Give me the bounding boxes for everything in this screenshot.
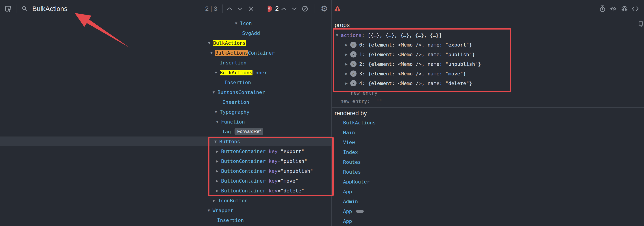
clear-errors-button[interactable]	[300, 0, 310, 17]
delete-prop-icon[interactable]: ✕	[350, 71, 356, 77]
collapse-arrow-icon[interactable]: ▶	[216, 188, 221, 193]
expand-arrow-icon[interactable]: ▼	[216, 119, 221, 124]
new-entry-label[interactable]: new entry	[351, 90, 378, 96]
component-name: Typography	[220, 109, 249, 115]
tree-row[interactable]: SvgAdd	[0, 28, 331, 38]
new-entry-separator: :	[367, 99, 376, 104]
next-result-button[interactable]	[236, 0, 244, 17]
copy-props-button[interactable]	[636, 20, 644, 29]
rendered-by-item[interactable]: App	[343, 216, 352, 226]
new-entry-label[interactable]: new entry	[340, 99, 367, 104]
prop-array-item-row[interactable]: ▶✕2: {element: <Memo />, name: "unpublis…	[345, 59, 481, 69]
error-badge-icon[interactable]: ✕	[266, 5, 272, 12]
collapse-arrow-icon[interactable]: ▶	[216, 159, 221, 163]
expand-arrow-icon[interactable]: ▼	[210, 51, 215, 55]
rendered-by-item[interactable]: Index	[343, 147, 358, 157]
previous-error-button[interactable]	[280, 0, 288, 17]
rendered-by-item[interactable]: App	[343, 206, 364, 216]
delete-prop-icon[interactable]: ✕	[350, 80, 356, 86]
expand-arrow-icon[interactable]: ▼	[214, 139, 219, 144]
expand-arrow-icon[interactable]: ▼	[235, 21, 240, 25]
prop-actions-row[interactable]: ▼actions: [{…}, {…}, {…}, {…}, {…}]	[336, 30, 442, 40]
expand-arrow-icon[interactable]: ▼	[215, 70, 220, 75]
tree-row[interactable]: ▶ButtonContainer key="publish"	[0, 156, 331, 166]
expand-arrow-icon[interactable]: ▼	[336, 33, 341, 37]
key-attribute: key	[266, 188, 278, 194]
log-component-button[interactable]	[620, 0, 630, 17]
collapse-arrow-icon[interactable]: ▶	[345, 42, 350, 47]
tree-row[interactable]: TagForwardRef	[0, 127, 331, 136]
collapse-arrow-icon[interactable]: ▶	[345, 62, 350, 66]
expand-arrow-icon[interactable]: ▼	[215, 110, 220, 114]
collapse-arrow-icon[interactable]: ▶	[345, 52, 350, 57]
rendered-by-item[interactable]: Main	[343, 127, 355, 137]
prop-array-item-row[interactable]: ▶✕3: {element: <Memo />, name: "move"}	[345, 69, 466, 79]
owner-component-name: BulkActions	[343, 120, 376, 125]
collapse-arrow-icon[interactable]: ▶	[216, 149, 221, 153]
tree-row[interactable]: ▼BulkActionsInner	[0, 68, 331, 77]
prop-index: 3	[359, 71, 362, 77]
tree-row[interactable]: ▼Icon	[0, 18, 331, 28]
toolbar-separator	[261, 4, 261, 13]
toolbar-separator	[16, 4, 17, 13]
forwardref-badge: ForwardRef	[234, 128, 263, 135]
tree-row[interactable]: ▼ButtonsContainer	[0, 87, 331, 97]
component-name: Wrapper	[212, 208, 234, 213]
rendered-by-item[interactable]: BulkActions	[343, 118, 376, 127]
tree-row[interactable]: Insertion	[0, 97, 331, 107]
inspect-element-button[interactable]	[3, 0, 13, 17]
prop-array-item-row[interactable]: ▶✕4: {element: <Memo />, name: "delete"}	[345, 78, 472, 88]
search-input[interactable]	[32, 0, 158, 17]
next-error-button[interactable]	[290, 0, 298, 17]
collapse-arrow-icon[interactable]: ▶	[216, 169, 221, 173]
tree-row[interactable]: Insertion	[0, 58, 331, 68]
rendered-by-item[interactable]: App	[343, 187, 352, 197]
tree-row[interactable]: ▶ButtonContainer key="unpublish"	[0, 166, 331, 176]
rendered-by-item[interactable]: Routes	[343, 157, 361, 167]
tree-row[interactable]: ▼BulkActionsContainer	[0, 48, 331, 58]
delete-prop-icon[interactable]: ✕	[350, 42, 356, 48]
panel-divider[interactable]	[331, 0, 332, 226]
collapse-arrow-icon[interactable]: ▶	[213, 198, 218, 203]
expand-arrow-icon[interactable]: ▼	[208, 41, 213, 45]
prop-array-item-row[interactable]: ▶✕1: {element: <Memo />, name: "publish"…	[345, 49, 475, 59]
rendered-by-item[interactable]: Routes	[343, 167, 361, 177]
tree-row[interactable]: ▼Function	[0, 117, 331, 127]
stopwatch-icon	[599, 5, 606, 12]
tree-row[interactable]: ▼BulkActions	[0, 38, 331, 48]
tree-row[interactable]: ▼Typography	[0, 107, 331, 117]
expand-arrow-icon[interactable]: ▼	[212, 90, 218, 95]
expand-arrow-icon[interactable]: ▼	[208, 208, 212, 213]
collapse-arrow-icon[interactable]: ▶	[345, 81, 350, 86]
rendered-by-item[interactable]: AppRouter	[343, 177, 370, 187]
prop-array-item-row[interactable]: ▶✕0: {element: <Memo />, name: "export"}	[345, 40, 472, 50]
delete-prop-icon[interactable]: ✕	[350, 61, 356, 67]
rendered-by-item[interactable]: Admin	[343, 197, 358, 206]
settings-button[interactable]: ⚙	[319, 0, 329, 17]
new-entry-root-row[interactable]: new entry: ""	[340, 96, 382, 106]
view-source-button[interactable]	[630, 0, 640, 17]
tree-row[interactable]: ▼Buttons	[0, 136, 331, 146]
component-name: Insertion	[220, 60, 246, 66]
tree-row[interactable]: ▼Wrapper	[0, 205, 331, 215]
component-name: Inner	[252, 70, 267, 75]
tree-row[interactable]: ▶ButtonContainer key="export"	[0, 146, 331, 156]
previous-result-button[interactable]	[226, 0, 234, 17]
tree-row[interactable]: ▶ButtonContainer key="move"	[0, 176, 331, 186]
collapse-arrow-icon[interactable]: ▶	[216, 179, 221, 183]
tree-row[interactable]: Insertion	[0, 215, 331, 225]
prop-index: 1	[359, 52, 362, 57]
suspend-component-button[interactable]	[598, 0, 608, 17]
chevron-down-icon	[292, 7, 297, 10]
prop-index: 4	[359, 81, 362, 86]
rendered-by-item[interactable]: View	[343, 137, 355, 147]
inspect-dom-button[interactable]	[608, 0, 618, 17]
tree-row[interactable]: Insertion	[0, 77, 331, 87]
tree-row[interactable]: ▶ButtonContainer key="delete"	[0, 186, 331, 196]
collapse-arrow-icon[interactable]: ▶	[345, 71, 350, 76]
delete-prop-icon[interactable]: ✕	[350, 51, 356, 58]
clear-search-button[interactable]	[247, 0, 256, 17]
tree-row[interactable]: ▶IconButton	[0, 196, 331, 205]
component-name: SvgAdd	[242, 30, 260, 36]
new-entry-value[interactable]: ""	[376, 99, 382, 104]
